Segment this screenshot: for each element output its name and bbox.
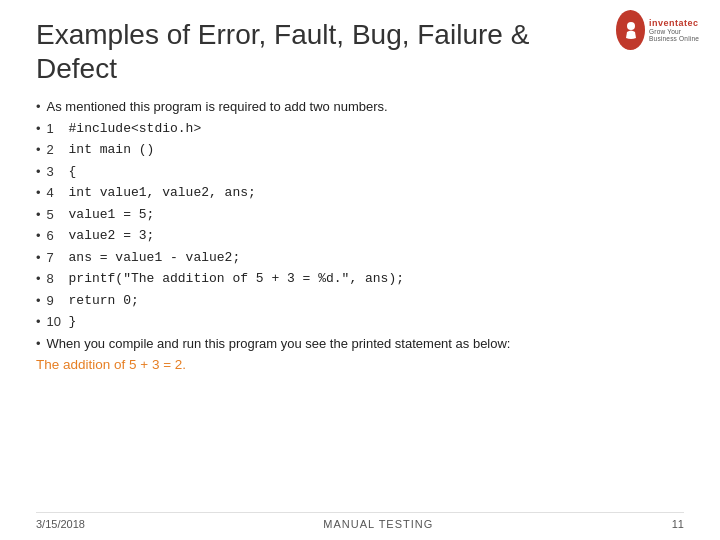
svg-point-0 (627, 22, 635, 30)
list-item: • 8 printf("The addition of 5 + 3 = %d."… (36, 269, 610, 289)
list-item-code: int value1, value2, ans; (69, 183, 256, 203)
list-item: • When you compile and run this program … (36, 334, 610, 354)
list-item-text: When you compile and run this program yo… (47, 334, 511, 354)
bullet-dot: • (36, 312, 41, 332)
bullet-dot: • (36, 183, 41, 203)
slide-container: inventatec Grow Your Business Online Exa… (0, 0, 720, 540)
line-number: 10 (47, 312, 65, 332)
bullet-dot: • (36, 269, 41, 289)
line-number: 5 (47, 205, 65, 225)
bullet-dot: • (36, 226, 41, 246)
bullet-dot: • (36, 248, 41, 268)
line-number: 6 (47, 226, 65, 246)
list-item-code: { (69, 162, 77, 182)
list-item: • 5 value1 = 5; (36, 205, 610, 225)
line-number: 2 (47, 140, 65, 160)
footer-center-title: MANUAL TESTING (323, 518, 433, 530)
bullet-dot: • (36, 97, 41, 117)
logo-tagline-text: Grow Your Business Online (649, 28, 710, 42)
list-item: • As mentioned this program is required … (36, 97, 610, 117)
line-number: 9 (47, 291, 65, 311)
footer-page-number: 11 (672, 518, 684, 530)
list-item: • 4 int value1, value2, ans; (36, 183, 610, 203)
list-item-code: } (69, 312, 77, 332)
slide-title: Examples of Error, Fault, Bug, Failure &… (36, 18, 610, 85)
main-content: Examples of Error, Fault, Bug, Failure &… (36, 18, 610, 372)
line-number: 4 (47, 183, 65, 203)
list-item-text: As mentioned this program is required to… (47, 97, 388, 117)
list-item-code: return 0; (69, 291, 139, 311)
title-line1: Examples of Error, Fault, Bug, Failure & (36, 19, 529, 50)
logo-circle (616, 10, 645, 50)
list-item-code: ans = value1 - value2; (69, 248, 241, 268)
bullet-dot: • (36, 334, 41, 354)
logo-brand-text: inventatec (649, 19, 699, 29)
footer-date: 3/15/2018 (36, 518, 85, 530)
line-number: 1 (47, 119, 65, 139)
logo-icon (619, 18, 643, 42)
bullet-dot: • (36, 119, 41, 139)
list-item: • 6 value2 = 3; (36, 226, 610, 246)
list-item-code: #include<stdio.h> (69, 119, 202, 139)
highlight-result: The addition of 5 + 3 = 2. (36, 357, 610, 372)
list-item-code: value1 = 5; (69, 205, 155, 225)
list-item: • 2 int main () (36, 140, 610, 160)
list-item: • 10 } (36, 312, 610, 332)
bullet-dot: • (36, 162, 41, 182)
line-number: 7 (47, 248, 65, 268)
bullet-dot: • (36, 291, 41, 311)
bullet-dot: • (36, 205, 41, 225)
list-item: • 1 #include<stdio.h> (36, 119, 610, 139)
list-item-code: value2 = 3; (69, 226, 155, 246)
footer: 3/15/2018 MANUAL TESTING 11 (36, 512, 684, 530)
bullet-list: • As mentioned this program is required … (36, 97, 610, 353)
list-item: • 3 { (36, 162, 610, 182)
list-item: • 9 return 0; (36, 291, 610, 311)
title-line2: Defect (36, 53, 117, 84)
line-number: 8 (47, 269, 65, 289)
list-item: • 7 ans = value1 - value2; (36, 248, 610, 268)
logo-text-area: inventatec Grow Your Business Online (649, 19, 710, 43)
bullet-dot: • (36, 140, 41, 160)
list-item-code: printf("The addition of 5 + 3 = %d.", an… (69, 269, 404, 289)
logo-area: inventatec Grow Your Business Online (618, 8, 708, 53)
list-item-code: int main () (69, 140, 155, 160)
line-number: 3 (47, 162, 65, 182)
